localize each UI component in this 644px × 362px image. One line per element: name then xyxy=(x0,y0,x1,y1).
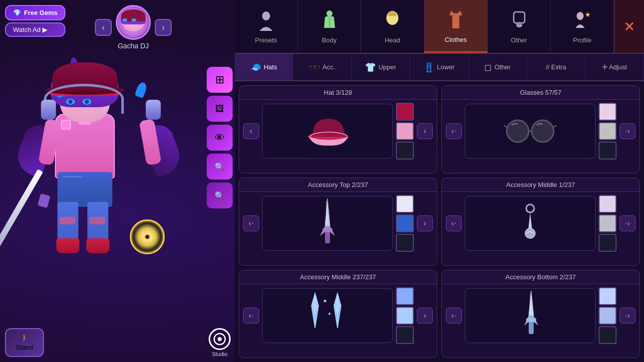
content-area: Hat 3/128 ‹ xyxy=(235,81,644,362)
char-display xyxy=(15,55,185,319)
acc-top-color-swatches xyxy=(396,195,414,252)
left-panel: 💎 Free Gems Watch Ad ▶ ‹ Gacha DJ › xyxy=(0,0,235,362)
glasses-next-button[interactable]: ·› xyxy=(620,123,636,139)
sub-tab-adjust-label: ✛ Adjust xyxy=(602,63,627,71)
sub-tab-upper-label: Upper xyxy=(378,63,396,71)
sub-tab-hats[interactable]: 🧢 Hats xyxy=(235,54,293,80)
image-button[interactable]: 🖼 xyxy=(207,96,233,122)
acc-mid2-swatch-3[interactable] xyxy=(396,326,414,344)
acc-bot-swatch-1[interactable] xyxy=(599,287,617,305)
char-prev-button[interactable]: ‹ xyxy=(95,19,112,36)
hat-header: Hat 3/128 xyxy=(239,86,437,100)
char-jacket xyxy=(55,114,115,179)
jacket-detail xyxy=(61,120,71,130)
acc-bot-header: Accessory Bottom 2/237 xyxy=(442,270,640,284)
tab-other-label: Other xyxy=(511,36,527,44)
char-disc xyxy=(130,219,165,254)
top-bar-left: 💎 Free Gems Watch Ad ▶ xyxy=(5,5,65,37)
tab-other[interactable]: Other xyxy=(488,0,551,53)
zoom-out-button[interactable]: 🔍 xyxy=(207,182,233,208)
acc-top-prev-button[interactable]: ‹· xyxy=(243,215,259,231)
sub-tab-adjust[interactable]: ✛ Adjust xyxy=(586,54,644,80)
zoom-in-button[interactable]: 🔍 xyxy=(207,154,233,180)
glasses-body: ‹· xyxy=(442,100,640,163)
svg-point-13 xyxy=(507,120,529,142)
glasses-swatch-3[interactable] xyxy=(599,142,617,160)
svg-line-16 xyxy=(504,125,507,127)
acc-mid1-prev-button[interactable]: ‹· xyxy=(446,215,462,231)
stand-button[interactable]: 🚶 Stand xyxy=(5,328,44,357)
svg-rect-19 xyxy=(322,228,332,232)
hat-swatch-2[interactable] xyxy=(396,122,414,140)
close-button[interactable]: ✕ xyxy=(614,0,644,53)
acc-top-swatch-1[interactable] xyxy=(396,195,414,213)
tab-clothes[interactable]: Clothes xyxy=(424,0,488,53)
sub-tab-extra-label: // Extra xyxy=(546,63,566,71)
hat-swatch-3[interactable] xyxy=(396,142,414,160)
glasses-display xyxy=(465,104,596,159)
acc-mid1-swatch-2[interactable] xyxy=(599,214,617,232)
tab-presets[interactable]: Presets xyxy=(235,0,298,53)
hats-icon: 🧢 xyxy=(250,62,261,73)
char-next-button[interactable]: › xyxy=(155,19,172,36)
acc-icon: 🕶️ xyxy=(309,62,320,73)
watch-ad-button[interactable]: Watch Ad ▶ xyxy=(5,22,65,37)
hat-body: ‹ xyxy=(239,100,437,163)
glasses-prev-button[interactable]: ‹· xyxy=(446,123,462,139)
acc-mid2-prev-button[interactable]: ‹· xyxy=(243,308,259,324)
acc-bot-next-button[interactable]: ·› xyxy=(620,308,636,324)
glasses-header: Glasses 57/57 xyxy=(442,86,640,100)
free-gems-button[interactable]: 💎 Free Gems xyxy=(5,5,65,20)
lower-icon: 👖 xyxy=(423,62,434,73)
other-sub-icon: ◻ xyxy=(484,62,492,73)
hat-swatch-1[interactable] xyxy=(396,103,414,121)
acc-bot-prev-button[interactable]: ‹· xyxy=(446,308,462,324)
svg-point-9 xyxy=(577,12,584,20)
sub-tab-lower[interactable]: 👖 Lower xyxy=(410,54,468,80)
glasses-section: Glasses 57/57 ‹· xyxy=(441,85,640,174)
svg-line-17 xyxy=(554,125,557,127)
leg-wrap-right xyxy=(89,217,105,224)
char-boot-left xyxy=(56,238,79,253)
glasses-swatch-1[interactable] xyxy=(599,103,617,121)
acc-bot-swatch-2[interactable] xyxy=(599,307,617,325)
char-hp-pad-right xyxy=(146,100,161,120)
hat-next-button[interactable]: › xyxy=(417,123,433,139)
eye-button[interactable]: 👁 xyxy=(207,125,233,151)
sub-tab-acc[interactable]: 🕶️ Acc. xyxy=(293,54,351,80)
acc-mid2-next-button[interactable]: › xyxy=(417,308,433,324)
profile-icon: ★ xyxy=(574,9,591,33)
sub-tab-extra[interactable]: // Extra xyxy=(527,54,586,80)
acc-mid1-next-button[interactable]: ·› xyxy=(620,215,636,231)
svg-point-8 xyxy=(517,22,522,26)
tab-profile[interactable]: ★ Profile xyxy=(551,0,614,53)
svg-point-22 xyxy=(525,228,535,238)
studio-button[interactable]: Studio xyxy=(205,328,235,357)
char-hp-pad-left xyxy=(41,100,56,120)
acc-mid2-swatch-1[interactable] xyxy=(396,287,414,305)
acc-bot-swatch-3[interactable] xyxy=(599,326,617,344)
grid-view-button[interactable]: ⊞ xyxy=(207,67,233,93)
sub-tab-upper[interactable]: 👕 Upper xyxy=(351,54,410,80)
acc-top-swatch-2[interactable] xyxy=(396,214,414,232)
acc-top-next-button[interactable]: › xyxy=(417,215,433,231)
acc-top-swatch-3[interactable] xyxy=(396,234,414,252)
acc-mid2-color-swatches xyxy=(396,287,414,344)
sub-tab-other[interactable]: ◻ Other xyxy=(469,54,527,80)
acc-mid1-swatch-3[interactable] xyxy=(599,234,617,252)
acc-mid2-body: ‹· ✦ ✦ xyxy=(239,284,437,347)
acc-mid2-swatch-2[interactable] xyxy=(396,307,414,325)
hat-prev-button[interactable]: ‹ xyxy=(243,123,259,139)
acc-mid1-swatch-1[interactable] xyxy=(599,195,617,213)
acc-mid1-section: Accessory Middle 1/237 ‹· xyxy=(441,178,640,266)
top-tabs: Presets Body Head xyxy=(235,0,644,54)
clothes-icon xyxy=(447,8,464,33)
tab-head[interactable]: Head xyxy=(361,0,424,53)
acc-top-section: Accessory Top 2/237 ‹· xyxy=(239,178,437,266)
acc-mid2-header: Accessory Middle 237/237 xyxy=(239,270,437,284)
tab-body[interactable]: Body xyxy=(298,0,361,53)
glasses-swatch-2[interactable] xyxy=(599,122,617,140)
sub-tab-lower-label: Lower xyxy=(437,63,454,71)
sword xyxy=(0,169,43,250)
svg-point-21 xyxy=(526,204,534,212)
